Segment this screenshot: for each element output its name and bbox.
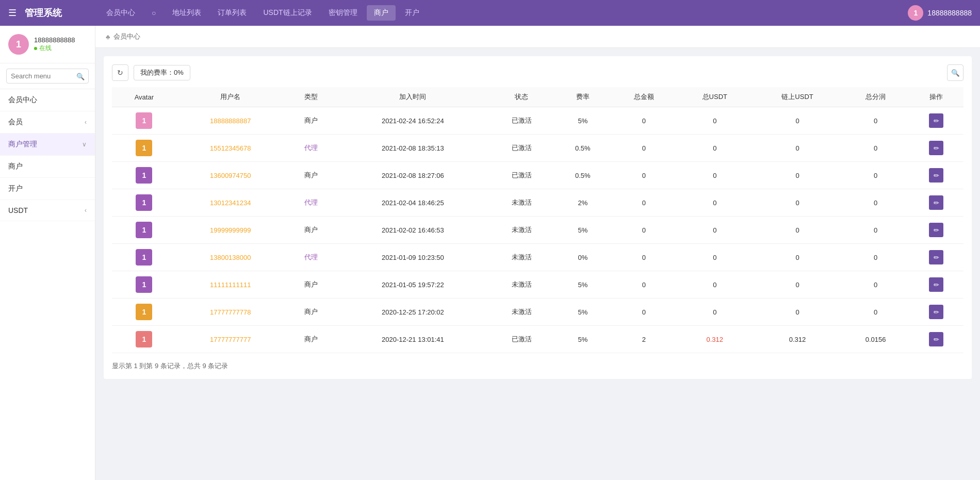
sidebar-item-member-center[interactable]: 会员中心 <box>0 89 95 111</box>
search-icon: 🔍 <box>76 72 85 80</box>
cell-username[interactable]: 13800138000 <box>176 244 285 271</box>
sidebar-menu: 会员中心 会员 ‹ 商户管理 ∨ 商户 开户 USDT ‹ <box>0 89 95 480</box>
sidebar-item-member[interactable]: 会员 ‹ <box>0 111 95 134</box>
cell-username[interactable]: 11111111111 <box>176 271 285 299</box>
cell-username[interactable]: 13012341234 <box>176 189 285 217</box>
sidebar-item-merchant[interactable]: 商户 <box>0 156 95 178</box>
cell-total-usdt: 0 <box>677 107 753 135</box>
cell-avatar: 1 <box>112 107 176 135</box>
cell-avatar: 1 <box>112 271 176 299</box>
cell-total-profit: 0 <box>842 162 909 189</box>
table-row: 1 11111111111 商户 2021-01-05 19:57:22 未激活… <box>112 271 963 299</box>
cell-username[interactable]: 18888888887 <box>176 107 285 135</box>
total-usdt-value: 0 <box>713 308 716 316</box>
edit-button[interactable]: ✏ <box>929 141 943 155</box>
nav-item-merchant[interactable]: 商户 <box>367 5 396 21</box>
cell-chain-usdt: 0 <box>753 244 842 271</box>
edit-button[interactable]: ✏ <box>929 168 943 183</box>
username-link[interactable]: 13800138000 <box>210 254 251 261</box>
nav-item-key-mgmt[interactable]: 密钥管理 <box>321 5 365 21</box>
table-row: 1 17777777777 商户 2020-12-21 13:01:41 已激活… <box>112 326 963 353</box>
nav-item-address-list[interactable]: 地址列表 <box>165 5 208 21</box>
merchant-table: Avatar 用户名 类型 加入时间 状态 费率 总金额 总USDT 链上USD… <box>112 87 963 353</box>
username-link[interactable]: 13600974750 <box>210 172 251 179</box>
username-link[interactable]: 19999999999 <box>210 226 251 234</box>
cell-action: ✏ <box>909 162 963 189</box>
search-box-container: 🔍 <box>0 63 95 89</box>
refresh-button[interactable]: ↻ <box>112 64 128 81</box>
cell-chain-usdt: 0 <box>753 299 842 326</box>
cell-type: 商户 <box>285 271 337 299</box>
chevron-down-icon: ∨ <box>82 141 87 148</box>
cell-type: 代理 <box>285 189 337 217</box>
nav-item-circle[interactable]: ○ <box>144 6 163 20</box>
username-link[interactable]: 17777777777 <box>210 336 251 343</box>
username-link[interactable]: 17777777778 <box>210 308 251 316</box>
type-label: 商户 <box>304 226 318 234</box>
cell-action: ✏ <box>909 217 963 244</box>
total-usdt-value: 0 <box>713 199 716 207</box>
cell-username[interactable]: 13600974750 <box>176 162 285 189</box>
cell-username[interactable]: 17777777778 <box>176 299 285 326</box>
nav-item-usdt-chain[interactable]: USDT链上记录 <box>256 5 319 21</box>
edit-button[interactable]: ✏ <box>929 113 943 128</box>
cell-username[interactable]: 17777777777 <box>176 326 285 353</box>
username-link[interactable]: 15512345678 <box>210 144 251 152</box>
cell-total-profit: 0 <box>842 244 909 271</box>
cell-join-time: 2021-02-04 18:46:25 <box>337 189 488 217</box>
hamburger-icon[interactable]: ☰ <box>8 7 17 19</box>
sidebar-item-open-account[interactable]: 开户 <box>0 178 95 200</box>
nav-item-open-account[interactable]: 开户 <box>398 5 427 21</box>
cell-join-time: 2021-02-24 16:52:24 <box>337 107 488 135</box>
edit-button[interactable]: ✏ <box>929 223 943 237</box>
cell-total-profit: 0.0156 <box>842 326 909 353</box>
edit-button[interactable]: ✏ <box>929 277 943 292</box>
sidebar-status: 在线 <box>34 44 75 53</box>
col-total-amount: 总金额 <box>611 87 677 107</box>
type-label: 商户 <box>304 117 318 124</box>
type-label: 商户 <box>304 308 318 316</box>
table-row: 1 18888888887 商户 2021-02-24 16:52:24 已激活… <box>112 107 963 135</box>
cell-username[interactable]: 19999999999 <box>176 217 285 244</box>
cell-status: 未激活 <box>488 244 554 271</box>
cell-type: 商户 <box>285 217 337 244</box>
cell-total-profit: 0 <box>842 135 909 162</box>
cell-total-usdt: 0 <box>677 299 753 326</box>
cell-chain-usdt: 0 <box>753 162 842 189</box>
cell-total-amount: 0 <box>611 299 677 326</box>
cell-action: ✏ <box>909 189 963 217</box>
cell-total-amount: 0 <box>611 107 677 135</box>
content-area: ♣ 会员中心 ↻ 我的费率：0% 🔍 Avatar 用户名 类型 <box>95 26 980 480</box>
edit-button[interactable]: ✏ <box>929 195 943 210</box>
nav-item-order-list[interactable]: 订单列表 <box>210 5 254 21</box>
col-total-usdt: 总USDT <box>677 87 753 107</box>
edit-button[interactable]: ✏ <box>929 250 943 264</box>
cell-action: ✏ <box>909 326 963 353</box>
col-join-time: 加入时间 <box>337 87 488 107</box>
nav-item-member-center[interactable]: 会员中心 <box>99 5 142 21</box>
edit-button[interactable]: ✏ <box>929 305 943 319</box>
username-link[interactable]: 11111111111 <box>210 281 251 289</box>
cell-total-amount: 0 <box>611 271 677 299</box>
cell-username[interactable]: 15512345678 <box>176 135 285 162</box>
cell-total-usdt: 0 <box>677 189 753 217</box>
table-toolbar: ↻ 我的费率：0% 🔍 <box>112 64 963 81</box>
cell-fee-rate: 5% <box>554 217 611 244</box>
username-link[interactable]: 13012341234 <box>210 199 251 207</box>
cell-status: 已激活 <box>488 107 554 135</box>
cell-avatar: 1 <box>112 162 176 189</box>
edit-button[interactable]: ✏ <box>929 332 943 346</box>
cell-fee-rate: 0.5% <box>554 135 611 162</box>
cell-join-time: 2021-02-02 16:46:53 <box>337 217 488 244</box>
table-search-button[interactable]: 🔍 <box>947 64 963 81</box>
username-link[interactable]: 18888888887 <box>210 117 251 125</box>
col-total-profit: 总分润 <box>842 87 909 107</box>
cell-action: ✏ <box>909 244 963 271</box>
cell-action: ✏ <box>909 135 963 162</box>
sidebar-item-usdt[interactable]: USDT ‹ <box>0 200 95 221</box>
cell-status: 未激活 <box>488 299 554 326</box>
avatar-icon: 1 <box>136 222 152 238</box>
cell-total-usdt: 0 <box>677 244 753 271</box>
main-layout: 1 18888888888 在线 🔍 会员中心 会员 ‹ 商户管理 ∨ <box>0 26 980 480</box>
sidebar-item-merchant-mgmt[interactable]: 商户管理 ∨ <box>0 134 95 156</box>
